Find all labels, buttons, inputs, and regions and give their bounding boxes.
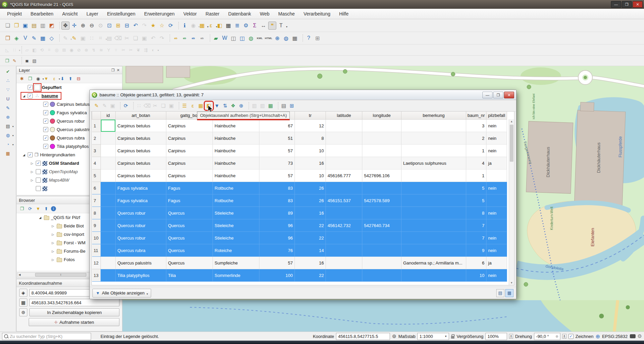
- select-by-rectangle-icon[interactable]: ▧: [31, 57, 38, 64]
- cell[interactable]: 7: [466, 219, 486, 232]
- row-number[interactable]: 13: [92, 269, 101, 282]
- digitize-plugin-icon[interactable]: ✔: [5, 68, 11, 75]
- datasource-manager-icon[interactable]: ❐: [4, 34, 12, 42]
- dialog-maximize-button[interactable]: ❐: [493, 92, 503, 98]
- grid-plugin-icon[interactable]: ▦: [5, 150, 11, 157]
- table-row-4[interactable]: 4Carpinus betulusCarpinusHainbuche7316La…: [92, 157, 507, 169]
- cell[interactable]: [401, 169, 466, 182]
- cell[interactable]: Sommerlinde: [213, 269, 259, 282]
- column-header-id[interactable]: id: [101, 112, 116, 120]
- tree-expander-icon[interactable]: ◢: [38, 216, 42, 219]
- row-number[interactable]: 5: [92, 169, 101, 182]
- cell[interactable]: [326, 207, 362, 219]
- zoom-to-layer-icon[interactable]: ⊟: [123, 22, 131, 30]
- menu-raster[interactable]: Raster: [201, 9, 224, 18]
- identify-features-icon[interactable]: ℹ: [180, 22, 189, 30]
- cell[interactable]: 5427640.734: [362, 219, 401, 232]
- cell[interactable]: Carpinus betulus: [116, 145, 166, 157]
- scrollbar-thumb[interactable]: ⦀: [35, 273, 86, 277]
- tree-expander-icon[interactable]: ▷: [30, 170, 34, 174]
- scale-combobox[interactable]: 1:1000 ▼: [417, 333, 449, 340]
- manage-map-themes-icon[interactable]: ◉▾: [35, 75, 41, 82]
- tree-expander-icon[interactable]: ▷: [51, 258, 55, 261]
- cell[interactable]: 8: [295, 132, 326, 145]
- cell[interactable]: Carpinus: [166, 132, 213, 145]
- cell[interactable]: 10: [295, 145, 326, 157]
- menu-masche[interactable]: Masche: [274, 9, 299, 18]
- menu-projekt[interactable]: Projekt: [3, 9, 26, 18]
- table-row-9[interactable]: 9Quercus roburQuercusStieleiche962245614…: [92, 219, 507, 232]
- select-by-expression-icon[interactable]: ε▾: [207, 22, 215, 30]
- cell[interactable]: Carpinus: [166, 120, 213, 132]
- layer-visibility-checkbox[interactable]: ✓: [43, 135, 48, 140]
- column-header-art_botan[interactable]: art_botan: [116, 112, 166, 120]
- mouse-tracking-icon[interactable]: ⊚: [19, 308, 27, 316]
- cell[interactable]: 83: [259, 194, 295, 207]
- import-photos-icon[interactable]: ◙: [24, 57, 30, 64]
- cell[interactable]: Hainbuche: [213, 169, 259, 182]
- cell[interactable]: nein: [486, 120, 507, 132]
- cell[interactable]: Hainbuche: [213, 145, 259, 157]
- row-number[interactable]: 2: [92, 132, 101, 145]
- refresh-browser-icon[interactable]: ⟳: [27, 205, 33, 212]
- cell[interactable]: 89: [259, 207, 295, 219]
- style-manager-icon[interactable]: ◩: [48, 22, 56, 30]
- cell[interactable]: Roteiche: [213, 244, 259, 257]
- cell[interactable]: [362, 207, 401, 219]
- cell[interactable]: [101, 169, 116, 182]
- cell[interactable]: Quercus: [166, 207, 213, 219]
- tree-expander-icon[interactable]: ▷: [51, 233, 55, 236]
- zoom-out-icon[interactable]: ⊖: [88, 22, 96, 30]
- cell[interactable]: [101, 207, 116, 219]
- webmap-plugin-icon[interactable]: ◍▾: [5, 132, 11, 138]
- cell[interactable]: Laetiporus sulphureus: [401, 157, 466, 169]
- open-attribute-table-icon[interactable]: ▦: [224, 22, 232, 30]
- row-number[interactable]: 6: [92, 182, 101, 194]
- new-print-layout-icon[interactable]: ▤: [30, 22, 38, 30]
- menu-web[interactable]: Web: [255, 9, 274, 18]
- table-row-2[interactable]: 2Carpinus betulusCarpinusHainbuche5182ne…: [92, 132, 507, 145]
- new-virtual-layer-icon[interactable]: ◇: [48, 34, 56, 42]
- select-by-form-icon[interactable]: ☰: [181, 102, 188, 110]
- cell[interactable]: 5427696.106: [362, 169, 401, 182]
- mouse-position-icon[interactable]: ⊚: [392, 333, 396, 339]
- scroll-up-icon[interactable]: ▲: [509, 120, 514, 123]
- cell[interactable]: 5: [466, 182, 486, 194]
- menu-einstellungen[interactable]: Einstellungen: [103, 9, 140, 18]
- cell[interactable]: Stieleiche: [213, 207, 259, 219]
- cell[interactable]: Carpinus betulus: [116, 132, 166, 145]
- filter-by-expression-icon[interactable]: ε▾: [51, 75, 58, 82]
- crs-status[interactable]: EPSG:25832: [602, 334, 628, 339]
- cell[interactable]: [401, 194, 466, 207]
- cell[interactable]: Quercus robur: [116, 219, 166, 232]
- locator-search-input[interactable]: Zu suchender Typ (Strg+K): [2, 333, 91, 340]
- tasks-icon[interactable]: ⚙: [638, 333, 642, 339]
- crosshair-tool-icon[interactable]: ⊞: [313, 34, 321, 42]
- panel-close-icon[interactable]: ✕: [117, 68, 120, 72]
- globe-plus-icon[interactable]: ⊕: [273, 34, 281, 42]
- menu-hilfe[interactable]: Hilfe: [335, 9, 353, 18]
- column-header-baum_nr[interactable]: baum_nr: [466, 112, 486, 120]
- circle-plugin-icon[interactable]: ◔▾: [5, 141, 11, 148]
- cell[interactable]: [326, 145, 362, 157]
- dialog-close-button[interactable]: ✕: [504, 92, 514, 98]
- properties-info-icon[interactable]: i: [51, 206, 56, 211]
- layer-visibility-checkbox[interactable]: ✓: [28, 85, 33, 90]
- cell[interactable]: 22: [295, 219, 326, 232]
- cell[interactable]: 16: [295, 157, 326, 169]
- cell[interactable]: 12: [295, 120, 326, 132]
- add-favorite-icon[interactable]: ❐: [19, 205, 25, 212]
- highlight-labels-icon[interactable]: ab: [189, 34, 197, 42]
- deselect-all-icon[interactable]: ◧: [205, 102, 213, 110]
- select-by-expression-icon[interactable]: ε: [189, 102, 196, 110]
- tree-expander-icon[interactable]: ◢: [22, 153, 26, 157]
- cell[interactable]: 83: [259, 182, 295, 194]
- show-all-features-button[interactable]: ▼ Alle Objekte anzeigen ▾: [92, 289, 151, 298]
- processing-model-icon[interactable]: ▰: [212, 34, 220, 42]
- cell[interactable]: [326, 182, 362, 194]
- cell[interactable]: 2: [466, 132, 486, 145]
- tree-expander-icon[interactable]: ▷: [30, 162, 34, 165]
- wps-icon[interactable]: W: [221, 34, 229, 42]
- cell[interactable]: [326, 269, 362, 282]
- cell[interactable]: 10: [466, 269, 486, 282]
